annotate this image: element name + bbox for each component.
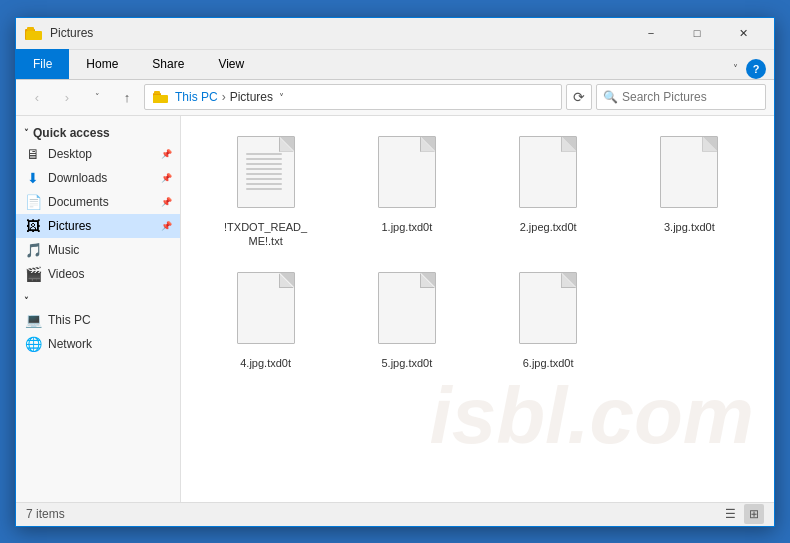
list-view-icon: ☰ — [725, 507, 736, 521]
tab-home[interactable]: Home — [69, 49, 135, 79]
svg-rect-1 — [27, 27, 34, 31]
address-path[interactable]: This PC › Pictures ˅ — [144, 84, 562, 110]
file-item[interactable]: 5.jpg.txd0t — [338, 264, 475, 378]
titlebar: Pictures − □ ✕ — [16, 18, 774, 50]
tab-view[interactable]: View — [201, 49, 261, 79]
svg-rect-2 — [26, 31, 42, 40]
main-area: ˅ Quick access 🖥 Desktop 📌 ⬇ Downloads 📌… — [16, 116, 774, 502]
help-button[interactable]: ? — [746, 59, 766, 79]
file-name: 3.jpg.txd0t — [664, 220, 715, 234]
explorer-window: Pictures − □ ✕ File Home Share View ˅ ? … — [15, 17, 775, 527]
file-name: 4.jpg.txd0t — [240, 356, 291, 370]
documents-icon: 📄 — [24, 194, 42, 210]
sidebar-item-label: This PC — [48, 313, 172, 327]
file-name: 2.jpeg.txd0t — [520, 220, 577, 234]
maximize-button[interactable]: □ — [674, 17, 720, 49]
svg-rect-5 — [153, 95, 168, 103]
minimize-button[interactable]: − — [628, 17, 674, 49]
path-separator: › — [222, 90, 226, 104]
desktop-icon: 🖥 — [24, 146, 42, 162]
file-icon — [513, 272, 583, 352]
quick-access-chevron: ˅ — [24, 128, 29, 138]
tab-share[interactable]: Share — [135, 49, 201, 79]
sidebar-item-documents[interactable]: 📄 Documents 📌 — [16, 190, 180, 214]
file-name: 1.jpg.txd0t — [381, 220, 432, 234]
up-button[interactable]: ↑ — [114, 84, 140, 110]
path-chevron[interactable]: ˅ — [273, 92, 290, 103]
file-item[interactable]: 3.jpg.txd0t — [621, 128, 758, 257]
sidebar-item-pictures[interactable]: 🖼 Pictures 📌 — [16, 214, 180, 238]
file-content: isbl.com — [181, 116, 774, 502]
path-pictures: Pictures — [230, 90, 273, 104]
refresh-icon: ⟳ — [573, 89, 585, 105]
addressbar: ‹ › ˅ ↑ This PC › Pictures ˅ ⟳ 🔍 — [16, 80, 774, 116]
close-button[interactable]: ✕ — [720, 17, 766, 49]
list-view-button[interactable]: ☰ — [720, 504, 740, 524]
tab-file[interactable]: File — [16, 49, 69, 79]
ribbon-right: ˅ ? — [729, 59, 774, 79]
this-pc-header: ˅ — [16, 290, 180, 308]
ribbon-tabs: File Home Share View ˅ ? — [16, 50, 774, 80]
forward-button[interactable]: › — [54, 84, 80, 110]
sidebar-item-label: Documents — [48, 195, 155, 209]
file-item[interactable]: 6.jpg.txd0t — [480, 264, 617, 378]
sidebar-item-label: Downloads — [48, 171, 155, 185]
dropdown-button[interactable]: ˅ — [84, 84, 110, 110]
downloads-icon: ⬇ — [24, 170, 42, 186]
pin-icon: 📌 — [161, 173, 172, 183]
sidebar-item-label: Videos — [48, 267, 172, 281]
search-icon: 🔍 — [603, 90, 618, 104]
file-name: !TXDOT_READ_ME!.txt — [221, 220, 311, 249]
sidebar-item-label: Pictures — [48, 219, 155, 233]
file-lines — [246, 153, 282, 193]
statusbar: 7 items ☰ ⊞ — [16, 502, 774, 526]
file-item[interactable]: 4.jpg.txd0t — [197, 264, 334, 378]
file-name: 6.jpg.txd0t — [523, 356, 574, 370]
watermark: isbl.com — [429, 370, 754, 462]
this-pc-chevron: ˅ — [24, 296, 29, 306]
network-icon: 🌐 — [24, 336, 42, 352]
sidebar-item-label: Network — [48, 337, 172, 351]
sidebar-item-music[interactable]: 🎵 Music — [16, 238, 180, 262]
path-this-pc: This PC — [175, 90, 218, 104]
file-icon — [372, 136, 442, 216]
sidebar-item-network[interactable]: 🌐 Network — [16, 332, 180, 356]
file-icon — [231, 272, 301, 352]
file-item[interactable]: 2.jpeg.txd0t — [480, 128, 617, 257]
grid-view-icon: ⊞ — [749, 507, 759, 521]
sidebar-item-this-pc[interactable]: 💻 This PC — [16, 308, 180, 332]
ribbon-collapse-chevron[interactable]: ˅ — [729, 59, 742, 78]
up-icon: ↑ — [124, 90, 131, 105]
videos-icon: 🎬 — [24, 266, 42, 282]
file-grid: !TXDOT_READ_ME!.txt 1.jpg.txd0t 2.jpeg.t… — [197, 128, 758, 379]
file-item[interactable]: 1.jpg.txd0t — [338, 128, 475, 257]
search-box[interactable]: 🔍 — [596, 84, 766, 110]
pin-icon: 📌 — [161, 149, 172, 159]
refresh-button[interactable]: ⟳ — [566, 84, 592, 110]
window-icon — [24, 25, 44, 41]
titlebar-buttons: − □ ✕ — [628, 17, 766, 49]
sidebar-item-desktop[interactable]: 🖥 Desktop 📌 — [16, 142, 180, 166]
file-name: 5.jpg.txd0t — [381, 356, 432, 370]
sidebar-item-videos[interactable]: 🎬 Videos — [16, 262, 180, 286]
file-icon — [231, 136, 301, 216]
music-icon: 🎵 — [24, 242, 42, 258]
this-pc-icon: 💻 — [24, 312, 42, 328]
sidebar-item-label: Desktop — [48, 147, 155, 161]
file-icon — [513, 136, 583, 216]
quick-access-header: ˅ Quick access — [16, 120, 180, 142]
pin-icon: 📌 — [161, 221, 172, 231]
search-input[interactable] — [622, 90, 759, 104]
forward-icon: › — [65, 90, 69, 105]
pictures-icon: 🖼 — [24, 218, 42, 234]
window-title: Pictures — [50, 26, 628, 40]
file-item[interactable]: !TXDOT_READ_ME!.txt — [197, 128, 334, 257]
file-icon — [654, 136, 724, 216]
sidebar-item-downloads[interactable]: ⬇ Downloads 📌 — [16, 166, 180, 190]
pin-icon: 📌 — [161, 197, 172, 207]
back-icon: ‹ — [35, 90, 39, 105]
back-button[interactable]: ‹ — [24, 84, 50, 110]
svg-rect-4 — [154, 91, 160, 94]
grid-view-button[interactable]: ⊞ — [744, 504, 764, 524]
sidebar-item-label: Music — [48, 243, 172, 257]
